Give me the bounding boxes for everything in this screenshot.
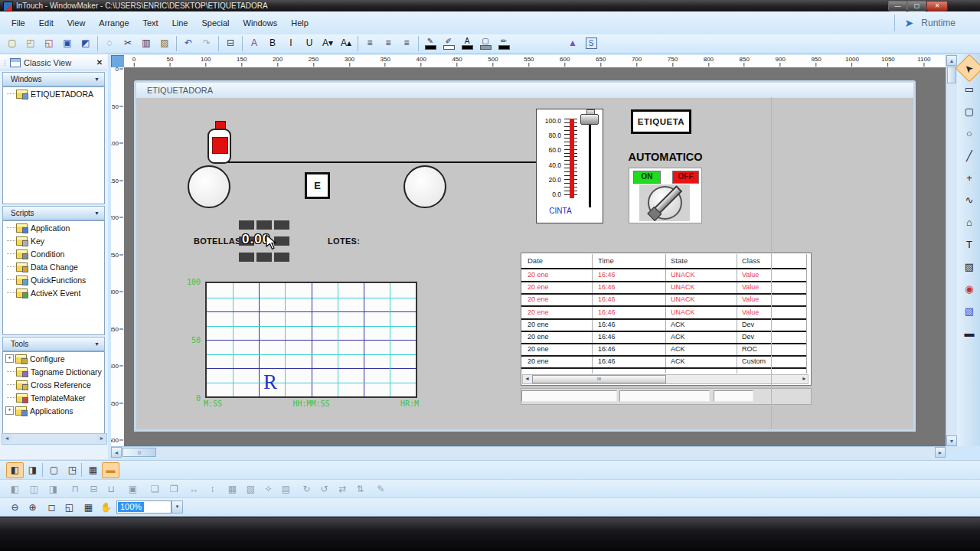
expand-icon[interactable]: +: [5, 406, 14, 415]
snap-grid-icon[interactable]: ▦: [84, 462, 102, 478]
selection-handle[interactable]: [239, 253, 254, 262]
tree-item-data-change[interactable]: Data Change: [3, 260, 104, 273]
undo-icon[interactable]: ↶: [180, 35, 197, 52]
tree-item-applications[interactable]: +Applications: [3, 404, 104, 417]
open-window-icon[interactable]: ◰: [22, 35, 39, 52]
text-color-icon[interactable]: A: [459, 35, 475, 52]
slider-track[interactable]: [589, 114, 591, 207]
save-window-icon[interactable]: ▣: [59, 35, 76, 52]
bottle-label[interactable]: [212, 137, 228, 154]
scroll-thumb[interactable]: |||: [122, 448, 156, 457]
e-indicator-box[interactable]: E: [305, 172, 330, 199]
runtime-button[interactable]: Runtime: [921, 18, 956, 28]
italic-icon[interactable]: I: [283, 35, 299, 52]
bitmap-tool[interactable]: ▨: [959, 258, 979, 278]
zoom-level-value[interactable]: 100%: [118, 502, 144, 512]
increase-font-icon[interactable]: A▴: [338, 35, 354, 52]
menu-item-arrange[interactable]: Arrange: [92, 15, 136, 31]
align-text-left-icon[interactable]: ≡: [361, 35, 378, 52]
menu-item-file[interactable]: File: [5, 15, 32, 31]
tree-item-quickfunctions[interactable]: QuickFunctions: [3, 273, 104, 286]
zoom-out-icon[interactable]: ⊖: [6, 500, 24, 516]
menu-item-special[interactable]: Special: [194, 15, 236, 31]
scroll-right-icon[interactable]: ►: [97, 434, 106, 442]
tree-item-cross-reference[interactable]: Cross Reference: [3, 378, 104, 391]
maximize-button[interactable]: ▢: [907, 1, 926, 11]
wizard-icon[interactable]: ▲: [564, 35, 581, 52]
polygon-tool[interactable]: ⌂: [959, 214, 979, 233]
pointer-tool[interactable]: ➤: [956, 54, 980, 83]
symbol-factory-icon[interactable]: S: [583, 35, 599, 52]
window-color-icon[interactable]: ▢: [477, 35, 494, 52]
transparent-color-icon[interactable]: ✏: [495, 35, 512, 52]
zoom-in-icon[interactable]: ⊕: [24, 500, 41, 516]
fill-color-icon[interactable]: ✐: [440, 35, 457, 52]
realtime-trend-tool[interactable]: ◉: [959, 280, 979, 300]
scroll-down-icon[interactable]: ▼: [946, 435, 957, 446]
full-window-icon[interactable]: ▢: [45, 462, 63, 478]
paste-icon[interactable]: ▨: [156, 35, 173, 52]
alarm-table[interactable]: DateTimeStateClass20 ene16:46UNACKValue2…: [521, 253, 812, 386]
menu-item-line[interactable]: Line: [165, 15, 195, 31]
drag-grip-icon[interactable]: ⋮: [2, 59, 8, 67]
menu-item-help[interactable]: Help: [284, 15, 315, 31]
alarm-column-time[interactable]: Time: [598, 256, 614, 265]
save-all-windows-icon[interactable]: ◩: [77, 35, 94, 52]
minimize-button[interactable]: —: [888, 1, 907, 11]
new-window-icon[interactable]: ▢: [4, 35, 21, 52]
scroll-left-icon[interactable]: ◄: [524, 376, 530, 381]
tree-item-activex-event[interactable]: ActiveX Event: [3, 286, 104, 299]
button-tool[interactable]: ▬: [959, 324, 979, 344]
fit-screen-icon[interactable]: ◳: [64, 462, 81, 478]
pane-layout-right-icon[interactable]: ◨: [24, 462, 41, 478]
close-window-icon[interactable]: ◱: [41, 35, 57, 52]
tree-item-condition[interactable]: Condition: [3, 247, 104, 260]
hv-line-tool[interactable]: +: [959, 169, 979, 189]
scroll-left-icon[interactable]: ◄: [111, 447, 122, 458]
zoom-dropdown-icon[interactable]: ▼: [172, 500, 183, 514]
conveyor-belt-line[interactable]: [217, 161, 540, 163]
line-tool[interactable]: ╱: [959, 147, 979, 167]
selection-handle[interactable]: [274, 253, 289, 262]
decrease-font-icon[interactable]: A▾: [319, 35, 336, 52]
copy-icon[interactable]: ▥: [138, 35, 155, 52]
section-header-scripts[interactable]: Scripts▼: [2, 206, 105, 220]
canvas-horizontal-scrollbar[interactable]: ◄ ||| ►: [111, 446, 946, 458]
tree-item-application[interactable]: Application: [3, 221, 104, 234]
rectangle-tool[interactable]: ▭: [959, 80, 979, 100]
section-header-tools[interactable]: Tools▼: [2, 337, 105, 351]
selection-handle[interactable]: [256, 253, 272, 262]
bold-icon[interactable]: B: [264, 35, 281, 52]
canvas-vertical-scrollbar[interactable]: ▲ ▼: [946, 55, 957, 446]
menu-item-view[interactable]: View: [60, 15, 93, 31]
zoom-area-icon[interactable]: ◱: [60, 500, 78, 516]
ellipse-tool[interactable]: ○: [959, 125, 979, 145]
scroll-right-icon[interactable]: ►: [935, 447, 946, 458]
ruler-toggle-icon[interactable]: ▬: [102, 462, 119, 478]
tree-item-configure[interactable]: +Configure: [3, 352, 104, 365]
selection-handle[interactable]: [239, 220, 254, 230]
realtime-trend-chart[interactable]: [205, 282, 417, 398]
panel-scrollbar[interactable]: ◄ ►: [2, 433, 107, 445]
scroll-up-icon[interactable]: ▲: [946, 55, 957, 66]
selection-handle[interactable]: [256, 220, 272, 230]
design-window-titlebar[interactable]: ETIQUETADORA: [136, 83, 913, 98]
conveyor-roller-right[interactable]: [403, 165, 446, 208]
close-panel-icon[interactable]: ✕: [94, 57, 105, 68]
print-icon[interactable]: ⊟: [222, 35, 239, 52]
pan-icon[interactable]: ✋: [97, 500, 115, 516]
etiqueta-button[interactable]: ETIQUETA: [631, 109, 691, 134]
line-color-icon[interactable]: ✎: [422, 35, 439, 52]
pane-layout-left-icon[interactable]: ◧: [6, 462, 24, 478]
menu-item-edit[interactable]: Edit: [32, 15, 60, 31]
select-mode-icon[interactable]: ◌: [101, 35, 118, 52]
selection-handle[interactable]: [274, 220, 289, 230]
tree-item-templatemaker[interactable]: TemplateMaker: [3, 391, 104, 404]
tree-item-key[interactable]: Key: [3, 234, 104, 247]
alarm-table-scroll-thumb[interactable]: III: [532, 375, 666, 383]
section-header-windows[interactable]: Windows▼: [2, 72, 105, 86]
close-button[interactable]: ✕: [926, 1, 948, 11]
conveyor-roller-left[interactable]: [188, 165, 230, 208]
menu-item-windows[interactable]: Windows: [237, 15, 285, 31]
font-dialog-icon[interactable]: A: [246, 35, 263, 52]
